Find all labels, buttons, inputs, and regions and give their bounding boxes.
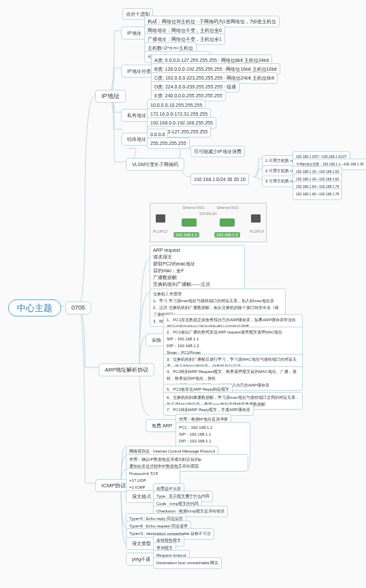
icmp-p2: Destination host unreachable 网关	[153, 557, 222, 569]
ip-addr-section[interactable]: IP地址	[121, 27, 148, 39]
host2-label: PC2/PC4	[250, 229, 264, 233]
arp-node[interactable]: ARP地址解析协议	[99, 363, 154, 376]
ip-vo6: 192.168.1.65---192.168.1.78	[293, 189, 342, 200]
eth-label-2: Ethernet 0/0/2	[217, 206, 238, 210]
ip-node[interactable]: IP地址	[95, 90, 126, 103]
ip-vlsm-section[interactable]: VLSM可变长子网掩码	[126, 158, 184, 171]
eth-label-1: Ethernet 0/0/1	[183, 206, 204, 210]
switch2-icon	[220, 214, 235, 227]
pc2-icon	[251, 213, 266, 225]
ip-badge-2: 192.168.1.2	[214, 232, 240, 238]
network-diagram: Ethernet 0/0/1 Ethernet 0/0/2 S3700/LAN …	[150, 203, 267, 242]
icmp-ping[interactable]: ping不通	[126, 553, 156, 566]
arp-free[interactable]: 免费 ARP	[146, 419, 178, 432]
host1-label: PC1/PC3	[153, 229, 167, 233]
ip-s2: 255.255.255.255	[147, 137, 190, 149]
arp-request: ARP request 请求报文 获取PC2的mac地址 目的mac：全F 广播…	[150, 245, 245, 290]
ip-v1: 192.168.1.0/24 30 20 10	[190, 174, 249, 185]
sw-label: S3700/LAN	[199, 212, 217, 216]
switch1-icon	[182, 214, 197, 227]
ip-v0: 尽可能减少IP地址浪费	[190, 146, 245, 157]
pc1-icon	[156, 213, 171, 225]
root-node[interactable]: 中心主题	[8, 299, 61, 316]
ip-badge-1: 192.168.1.1	[173, 232, 199, 238]
date-node[interactable]: 0705	[65, 301, 91, 314]
